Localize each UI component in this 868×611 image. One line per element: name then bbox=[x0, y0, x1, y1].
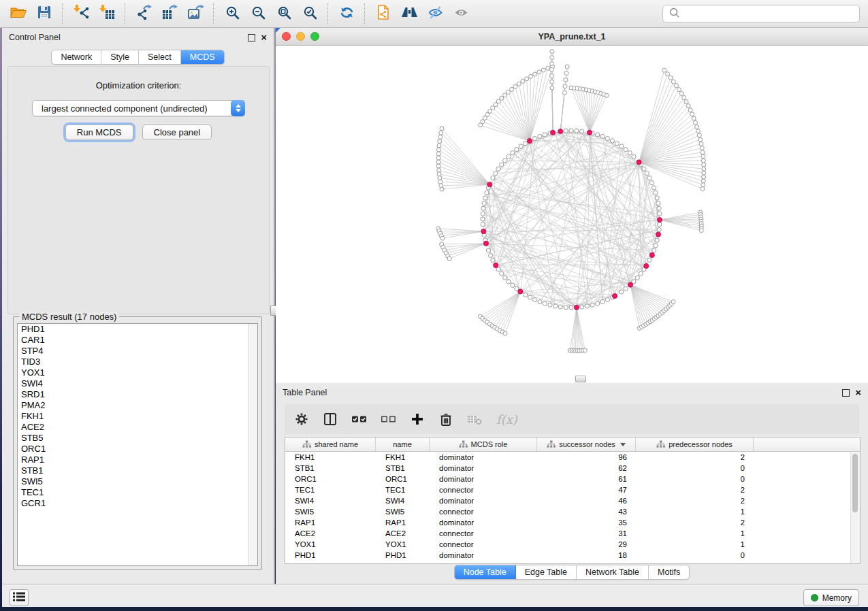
delete-column-trash-icon[interactable] bbox=[438, 412, 453, 427]
toolbar-separator bbox=[213, 3, 214, 24]
cell-shared-name: YOX1 bbox=[285, 540, 376, 548]
tab-motifs[interactable]: Motifs bbox=[649, 565, 689, 579]
table-row[interactable]: ACE2ACE2connector311 bbox=[285, 528, 860, 539]
mcds-result-item[interactable]: SWI5 bbox=[18, 476, 257, 487]
export-table-button[interactable] bbox=[158, 3, 181, 24]
window-zoom-light[interactable] bbox=[310, 32, 319, 41]
table-scrollbar-thumb[interactable] bbox=[852, 454, 858, 512]
cell-successor-nodes: 46 bbox=[537, 497, 636, 505]
hide-selected-button[interactable] bbox=[423, 3, 447, 24]
table-row[interactable]: SWI5SWI5connector431 bbox=[285, 506, 860, 517]
cell-name: ORC1 bbox=[376, 475, 430, 483]
network-view-titlebar[interactable]: YPA_prune.txt_1 bbox=[276, 28, 868, 46]
network-splitter-handle[interactable] bbox=[575, 376, 586, 382]
zoom-out-button[interactable] bbox=[246, 3, 270, 24]
close-panel-button[interactable]: Close panel bbox=[142, 125, 212, 140]
tab-node-table[interactable]: Node Table bbox=[455, 565, 516, 579]
memory-button[interactable]: Memory bbox=[803, 589, 859, 606]
mcds-result-item[interactable]: ORC1 bbox=[18, 444, 257, 455]
export-network-button[interactable] bbox=[132, 3, 155, 24]
cell-predecessor-nodes: 0 bbox=[636, 464, 754, 472]
mcds-result-item[interactable]: GCR1 bbox=[18, 498, 257, 509]
table-scrollbar[interactable] bbox=[850, 452, 860, 563]
zoom-in-button[interactable] bbox=[221, 3, 244, 24]
tab-network[interactable]: Network bbox=[52, 50, 101, 64]
cell-name: RAP1 bbox=[376, 518, 430, 527]
cell-predecessor-nodes: 2 bbox=[636, 497, 754, 505]
cell-MCDS-role: connector bbox=[430, 486, 537, 494]
table-row[interactable]: FKH1FKH1dominator962 bbox=[285, 452, 860, 463]
apply-layout-button[interactable] bbox=[335, 3, 358, 24]
mcds-result-title: MCDS result (17 nodes) bbox=[19, 312, 119, 322]
fit-content-button[interactable] bbox=[272, 3, 295, 24]
cell-successor-nodes: 43 bbox=[537, 508, 636, 516]
first-neighbors-button[interactable] bbox=[398, 3, 421, 24]
table-row[interactable]: YOX1YOX1connector291 bbox=[285, 539, 860, 550]
select-all-rows-icon[interactable] bbox=[351, 412, 367, 427]
mcds-result-item[interactable]: STB5 bbox=[18, 433, 257, 444]
table-row[interactable]: PHD1PHD1dominator180 bbox=[285, 550, 860, 561]
toolbar-separator bbox=[62, 3, 63, 24]
zoom-selected-button[interactable] bbox=[298, 3, 321, 24]
tab-edge-table[interactable]: Edge Table bbox=[516, 565, 577, 579]
node-table[interactable]: shared namenameMCDS rolesuccessor nodesp… bbox=[285, 437, 861, 564]
mcds-result-item[interactable]: STP4 bbox=[18, 346, 257, 357]
tab-select[interactable]: Select bbox=[139, 50, 181, 64]
search-input[interactable] bbox=[684, 8, 859, 19]
save-session-button[interactable] bbox=[33, 3, 56, 24]
mcds-result-item[interactable]: CAR1 bbox=[18, 335, 257, 346]
table-row[interactable]: TEC1TEC1connector472 bbox=[285, 484, 860, 495]
import-table-button[interactable] bbox=[95, 3, 118, 24]
optimization-criterion-select[interactable]: largest connected component (undirected) bbox=[32, 100, 245, 116]
float-panel-icon[interactable] bbox=[248, 34, 255, 42]
mcds-result-item[interactable]: FKH1 bbox=[18, 411, 257, 422]
cell-MCDS-role: connector bbox=[430, 529, 537, 538]
table-row[interactable]: ORC1ORC1dominator610 bbox=[285, 474, 860, 484]
mcds-result-item[interactable]: RAP1 bbox=[18, 455, 257, 465]
tab-mcds[interactable]: MCDS bbox=[181, 50, 224, 64]
mcds-result-item[interactable]: ACE2 bbox=[18, 422, 257, 433]
import-table-icon bbox=[99, 4, 115, 23]
mcds-result-item[interactable]: TID3 bbox=[18, 357, 257, 367]
mcds-list-scrollbar[interactable] bbox=[248, 324, 257, 565]
tab-style[interactable]: Style bbox=[101, 50, 139, 64]
new-network-from-selection-button[interactable] bbox=[372, 3, 395, 24]
table-settings-gear-icon[interactable] bbox=[294, 412, 309, 427]
window-close-light[interactable] bbox=[282, 32, 291, 41]
float-panel-icon[interactable] bbox=[842, 389, 850, 397]
run-mcds-button[interactable]: Run MCDS bbox=[65, 125, 133, 140]
cell-name: ACE2 bbox=[376, 529, 430, 538]
mcds-result-item[interactable]: STB1 bbox=[18, 465, 257, 476]
import-network-button[interactable] bbox=[69, 3, 93, 24]
column-header-shared-name[interactable]: shared name bbox=[285, 437, 376, 451]
mcds-result-item[interactable]: SWI4 bbox=[18, 378, 257, 389]
column-header-successor-nodes[interactable]: successor nodes bbox=[537, 437, 636, 451]
task-history-button[interactable] bbox=[10, 589, 29, 606]
search-box[interactable] bbox=[662, 5, 860, 22]
mcds-result-item[interactable]: YOX1 bbox=[18, 367, 257, 378]
table-row[interactable]: STB1STB1dominator620 bbox=[285, 463, 860, 474]
add-column-icon[interactable] bbox=[410, 412, 425, 427]
column-header-MCDS-role[interactable]: MCDS role bbox=[430, 437, 537, 451]
show-columns-icon[interactable] bbox=[323, 412, 338, 427]
close-panel-icon[interactable]: × bbox=[855, 389, 861, 396]
window-minimize-light[interactable] bbox=[296, 32, 305, 41]
mcds-result-listbox: PHD1CAR1STP4TID3YOX1SWI4SRD1PMA2FKH1ACE2… bbox=[17, 323, 258, 566]
mcds-result-item[interactable]: PHD1 bbox=[18, 324, 257, 335]
column-header-predecessor-nodes[interactable]: predecessor nodes bbox=[636, 437, 754, 451]
select-stepper-icon bbox=[231, 100, 245, 116]
column-header-name[interactable]: name bbox=[376, 437, 430, 451]
table-row[interactable]: SWI4SWI4dominator462 bbox=[285, 495, 860, 506]
open-session-button[interactable] bbox=[7, 3, 30, 24]
mcds-result-item[interactable]: PMA2 bbox=[18, 400, 257, 411]
table-row[interactable]: RAP1RAP1dominator352 bbox=[285, 517, 860, 528]
tab-network-table[interactable]: Network Table bbox=[577, 565, 649, 579]
deselect-all-rows-icon[interactable] bbox=[381, 412, 396, 427]
mcds-result-item[interactable]: SRD1 bbox=[18, 389, 257, 400]
close-panel-icon[interactable]: × bbox=[261, 34, 267, 41]
network-canvas[interactable] bbox=[276, 46, 868, 384]
export-image-button[interactable] bbox=[184, 3, 207, 24]
mcds-result-item[interactable]: TEC1 bbox=[18, 487, 257, 498]
binoculars-icon bbox=[400, 4, 419, 23]
show-all-button[interactable] bbox=[449, 3, 472, 24]
